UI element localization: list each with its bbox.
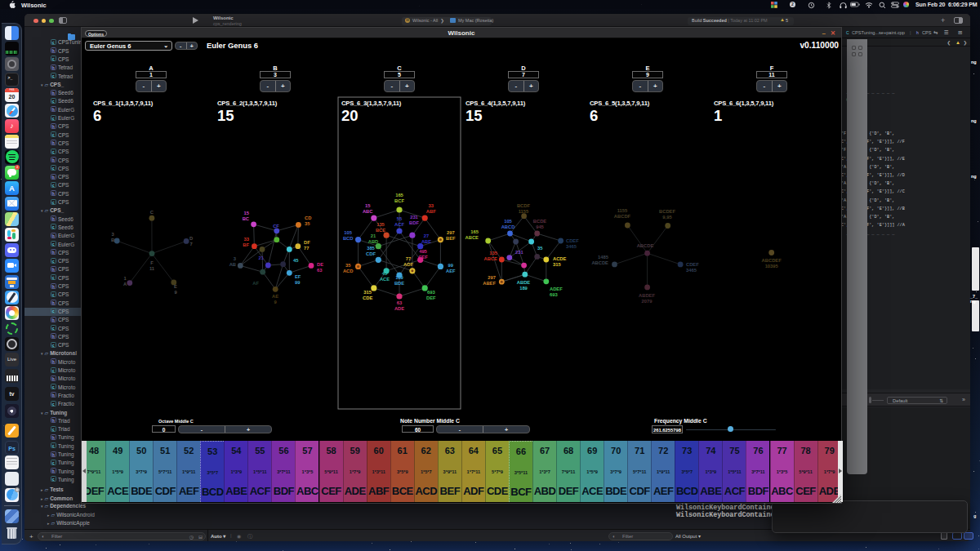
svg-text:11: 11	[149, 266, 155, 271]
svg-text:3: 3	[111, 232, 114, 237]
svg-text:CD: CD	[305, 216, 311, 220]
svg-text:ABDEF: ABDEF	[639, 293, 655, 298]
svg-text:ABF: ABF	[426, 209, 436, 214]
svg-text:ABD: ABD	[368, 239, 379, 244]
svg-text:99: 99	[295, 280, 301, 285]
svg-text:165: 165	[395, 193, 403, 198]
svg-text:9: 9	[274, 300, 277, 304]
svg-text:EF: EF	[295, 274, 301, 279]
svg-text:55: 55	[397, 216, 403, 221]
svg-text:27: 27	[424, 233, 429, 238]
svg-text:CEF: CEF	[418, 255, 428, 260]
svg-text:C: C	[150, 210, 154, 215]
svg-text:693: 693	[550, 292, 558, 297]
svg-text:CF: CF	[273, 224, 279, 229]
svg-text:ACE: ACE	[380, 277, 390, 282]
svg-text:33: 33	[244, 237, 250, 242]
svg-text:ABCDF: ABCDF	[614, 214, 631, 219]
svg-text:2079: 2079	[642, 299, 653, 304]
svg-text:BEF: BEF	[446, 236, 456, 241]
svg-text:135: 135	[376, 222, 385, 227]
svg-text:63: 63	[397, 300, 403, 305]
svg-text:ABCE: ABCE	[484, 256, 498, 261]
svg-text:297: 297	[488, 275, 496, 280]
svg-text:10395: 10395	[765, 264, 779, 269]
svg-text:ADEF: ADEF	[550, 287, 563, 291]
svg-text:15: 15	[244, 211, 250, 216]
svg-text:189: 189	[395, 275, 403, 280]
svg-text:BDF: BDF	[409, 220, 419, 225]
svg-text:ACF: ACF	[394, 222, 404, 227]
svg-text:35: 35	[345, 263, 351, 268]
svg-text:15: 15	[365, 203, 371, 208]
svg-text:ABCDEF: ABCDEF	[762, 258, 782, 263]
svg-text:21: 21	[371, 233, 376, 238]
svg-text:CDF: CDF	[366, 251, 376, 256]
svg-text:ABC: ABC	[363, 209, 373, 214]
svg-text:E: E	[174, 284, 177, 289]
svg-text:BCE: BCE	[376, 228, 385, 233]
svg-text:105: 105	[344, 230, 352, 235]
svg-text:1155: 1155	[617, 208, 628, 213]
svg-text:77: 77	[304, 246, 309, 251]
svg-text:33: 33	[429, 203, 434, 208]
svg-text:63: 63	[317, 268, 323, 273]
svg-text:7: 7	[189, 242, 192, 247]
svg-text:385: 385	[367, 246, 375, 251]
svg-text:77: 77	[406, 256, 411, 261]
svg-text:3: 3	[234, 256, 237, 261]
svg-text:ABCDE: ABCDE	[637, 243, 654, 248]
svg-text:231: 231	[515, 250, 523, 255]
svg-text:45: 45	[382, 271, 388, 276]
svg-text:189: 189	[519, 286, 528, 291]
svg-text:99: 99	[448, 263, 454, 268]
svg-text:9,95: 9,95	[662, 215, 672, 220]
svg-text:3465: 3465	[566, 244, 577, 249]
svg-text:B: B	[111, 238, 114, 242]
svg-text:CDEF: CDEF	[566, 238, 579, 243]
svg-text:1: 1	[123, 276, 127, 281]
svg-text:165: 165	[470, 229, 479, 234]
svg-text:BF: BF	[243, 242, 249, 247]
svg-text:BCDEF: BCDEF	[659, 209, 675, 214]
svg-text:AEF: AEF	[446, 269, 456, 273]
svg-text:ABCD: ABCD	[501, 224, 515, 229]
svg-text:BCD: BCD	[343, 236, 354, 241]
svg-text:ADE: ADE	[394, 306, 404, 311]
svg-text:BC: BC	[243, 216, 250, 221]
svg-text:AF: AF	[252, 281, 259, 286]
svg-text:35: 35	[537, 246, 543, 251]
svg-text:135: 135	[489, 251, 497, 256]
svg-text:BCDF: BCDF	[517, 203, 531, 208]
svg-text:495: 495	[419, 249, 427, 254]
svg-text:231: 231	[410, 215, 418, 220]
svg-text:CDE: CDE	[363, 295, 372, 300]
svg-text:D: D	[189, 236, 193, 241]
svg-text:DE: DE	[317, 262, 323, 267]
svg-text:21: 21	[259, 256, 265, 260]
svg-text:DEF: DEF	[426, 295, 436, 300]
svg-text:105: 105	[504, 219, 512, 224]
svg-text:1155: 1155	[519, 209, 529, 214]
svg-text:45: 45	[293, 258, 299, 263]
svg-text:693: 693	[427, 290, 435, 295]
svg-text:ABCE: ABCE	[466, 235, 479, 240]
svg-text:315: 315	[363, 290, 372, 295]
svg-text:BCDE: BCDE	[533, 219, 547, 224]
svg-text:297: 297	[447, 230, 455, 235]
svg-text:315: 315	[553, 262, 561, 267]
svg-text:BCF: BCF	[394, 198, 404, 203]
svg-text:ACD: ACD	[343, 269, 354, 273]
svg-text:3465: 3465	[686, 268, 697, 273]
svg-text:DF: DF	[304, 240, 310, 245]
svg-text:ABCDE: ABCDE	[591, 260, 608, 265]
svg-text:945: 945	[536, 224, 544, 229]
svg-text:BDE: BDE	[394, 281, 404, 286]
svg-text:ABEF: ABEF	[483, 281, 496, 286]
svg-text:A: A	[123, 282, 127, 287]
svg-text:ABE: ABE	[421, 239, 431, 244]
svg-text:ACDE: ACDE	[553, 256, 567, 261]
svg-text:AE: AE	[272, 294, 278, 299]
svg-text:1485: 1485	[598, 255, 609, 260]
svg-text:9: 9	[174, 290, 177, 295]
